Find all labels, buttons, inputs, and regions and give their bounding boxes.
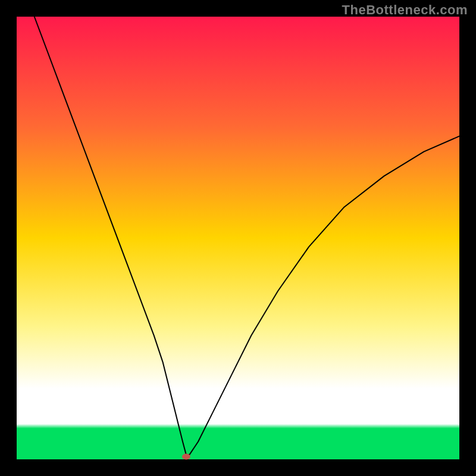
chart-frame: TheBottleneck.com bbox=[0, 0, 476, 476]
plot-area bbox=[17, 17, 459, 459]
watermark-text: TheBottleneck.com bbox=[342, 2, 468, 18]
bottleneck-chart bbox=[0, 0, 476, 476]
optimal-point-marker bbox=[182, 454, 190, 460]
